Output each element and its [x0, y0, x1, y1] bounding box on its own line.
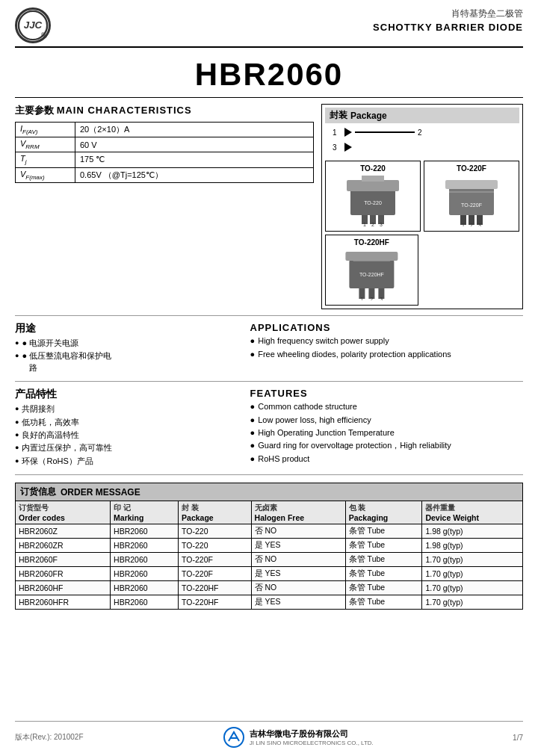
footer-logo: 吉林华微电子股份有限公司 JI LIN SINO MICROELECTRONIC…: [223, 726, 374, 749]
svg-rect-9: [362, 176, 384, 182]
cell-code: HBR2060FR: [16, 567, 111, 581]
svg-text:2: 2: [370, 297, 373, 300]
table-row: HBR2060HF HBR2060 TO-220HF 否 NO 条管 Tube …: [16, 581, 523, 595]
svg-text:JJC: JJC: [24, 19, 43, 31]
package-header: 封装 Package: [325, 108, 519, 123]
list-item: ●RoHS product: [250, 453, 523, 465]
package-box: 封装 Package 1 2 3: [321, 104, 523, 309]
svg-text:®: ®: [41, 32, 45, 37]
footer-company-zh: 吉林华微电子股份有限公司: [250, 728, 374, 740]
table-row: VF(max) 0.65V （@Tj=125℃）: [16, 167, 314, 182]
svg-text:3: 3: [380, 222, 383, 226]
apps-features-row: 用途 ● 电源开关电源 ● 低压整流电容和保护电 路 APPLICATIONS …: [15, 322, 523, 382]
svg-text:1: 1: [360, 297, 363, 300]
apps-zh-list: ● 电源开关电源 ● 低压整流电容和保护电 路: [15, 338, 243, 374]
pin-row-3: 3: [333, 143, 352, 152]
param-name-vrrm: VRRM: [16, 137, 75, 152]
cell-code: HBR2060Z: [16, 524, 111, 539]
page: JJC ® 肖特基势垒二极管 SCHOTTKY BARRIER DIODE HB…: [0, 0, 538, 756]
cell-weight: 1.98 g(typ): [422, 524, 523, 539]
product-title-section: HBR2060: [15, 51, 523, 98]
table-header-row: 订货型号 Order codes 印 记 Marking 封 装 Package…: [16, 501, 523, 524]
param-value-ifav: 20（2×10）A: [75, 123, 314, 137]
cell-weight: 1.70 g(typ): [422, 595, 523, 610]
main-char-header: 主要参数 MAIN CHARACTERISTICS: [15, 104, 314, 117]
pin-row-1: 1 2: [333, 128, 422, 137]
svg-text:2: 2: [371, 222, 374, 226]
footer-logo-icon: [223, 726, 245, 749]
param-name-ifav: IF(AV): [16, 123, 75, 137]
cell-hf: 是 YES: [251, 539, 345, 553]
order-table: 订货型号 Order codes 印 记 Marking 封 装 Package…: [15, 501, 523, 610]
cell-marking: HBR2060: [111, 553, 179, 567]
footer-page: 1/7: [513, 734, 523, 742]
applications-section: 用途 ● 电源开关电源 ● 低压整流电容和保护电 路: [15, 322, 243, 375]
to220f-svg: TO-220F 1 2 3: [427, 174, 516, 226]
svg-text:TO-220: TO-220: [364, 200, 382, 205]
header: JJC ® 肖特基势垒二极管 SCHOTTKY BARRIER DIODE: [15, 7, 523, 48]
cell-package: TO-220HF: [179, 581, 252, 595]
svg-text:TO-220HF: TO-220HF: [359, 272, 384, 277]
list-item: 环保（RoHS）产品: [15, 456, 243, 467]
cell-marking: HBR2060: [111, 595, 179, 610]
logo-area: JJC ®: [15, 7, 51, 43]
package-zh: 封装: [330, 109, 347, 122]
cell-package: TO-220F: [179, 553, 252, 567]
col-header-code: 订货型号 Order codes: [16, 501, 111, 524]
to220hf-label: TO-220HF: [329, 238, 415, 247]
features-zh-list: 共阴接剂 低功耗，高效率 良好的高温特性 内置过压保护，高可靠性 环保（RoHS…: [15, 403, 243, 467]
table-row: HBR2060FR HBR2060 TO-220F 是 YES 条管 Tube …: [16, 567, 523, 581]
header-right: 肖特基势垒二极管 SCHOTTKY BARRIER DIODE: [373, 7, 523, 33]
footer-company: 吉林华微电子股份有限公司 JI LIN SINO MICROELECTRONIC…: [250, 728, 374, 746]
param-name-tj: Tj: [16, 152, 75, 167]
pin-diagram: 1 2 3: [325, 128, 519, 155]
cell-packaging: 条管 Tube: [345, 595, 422, 610]
list-item: ●Free wheeling diodes, polarity protecti…: [250, 349, 523, 360]
cell-code: HBR2060F: [16, 553, 111, 567]
pin-1-arrow: [344, 128, 352, 137]
features-row: 产品特性 共阴接剂 低功耗，高效率 良好的高温特性 内置过压保护，高可靠性 环保…: [15, 388, 523, 475]
list-item: 良好的高温特性: [15, 430, 243, 441]
table-row: HBR2060F HBR2060 TO-220F 否 NO 条管 Tube 1.…: [16, 553, 523, 567]
list-item: 低功耗，高效率: [15, 417, 243, 428]
cell-weight: 1.70 g(typ): [422, 581, 523, 595]
to220f-label: TO-220F: [427, 164, 516, 173]
order-table-body: HBR2060Z HBR2060 TO-220 否 NO 条管 Tube 1.9…: [16, 524, 523, 610]
list-item: 共阴接剂: [15, 403, 243, 415]
pin-2-label: 2: [418, 128, 422, 137]
cell-package: TO-220: [179, 524, 252, 539]
svg-text:3: 3: [478, 223, 481, 226]
cell-packaging: 条管 Tube: [345, 553, 422, 567]
table-row: HBR2060ZR HBR2060 TO-220 是 YES 条管 Tube 1…: [16, 539, 523, 553]
order-section: 订货信息 ORDER MESSAGE 订货型号 Order codes 印 记 …: [15, 483, 523, 610]
params-table: IF(AV) 20（2×10）A VRRM 60 V Tj 175 ℃ VF(m…: [15, 122, 314, 183]
cell-marking: HBR2060: [111, 539, 179, 553]
list-item: ●Guard ring for overvoltage protection，H…: [250, 440, 523, 451]
pin-1-label: 1: [333, 128, 341, 137]
svg-text:3: 3: [380, 297, 383, 300]
to220-label: TO-220: [329, 164, 417, 173]
cell-marking: HBR2060: [111, 581, 179, 595]
svg-text:2: 2: [470, 223, 473, 226]
features-zh-section: 产品特性 共阴接剂 低功耗，高效率 良好的高温特性 内置过压保护，高可靠性 环保…: [15, 388, 243, 468]
main-section: 主要参数 MAIN CHARACTERISTICS IF(AV) 20（2×10…: [15, 104, 523, 316]
list-item: ●Common cathode structure: [250, 401, 523, 412]
cell-hf: 是 YES: [251, 595, 345, 610]
cell-marking: HBR2060: [111, 567, 179, 581]
cell-packaging: 条管 Tube: [345, 524, 422, 539]
cell-hf: 否 NO: [251, 524, 345, 539]
svg-text:1: 1: [462, 223, 465, 226]
to220f-box: TO-220F TO-220F 1: [424, 161, 519, 232]
table-row: HBR2060HFR HBR2060 TO-220HF 是 YES 条管 Tub…: [16, 595, 523, 610]
table-row: VRRM 60 V: [16, 137, 314, 152]
cell-weight: 1.98 g(typ): [422, 539, 523, 553]
cell-package: TO-220F: [179, 567, 252, 581]
cell-marking: HBR2060: [111, 524, 179, 539]
list-item: ● 电源开关电源: [15, 338, 243, 349]
list-item: ●Low power loss, high efficiency: [250, 415, 523, 426]
cell-code: HBR2060ZR: [16, 539, 111, 553]
cell-hf: 否 NO: [251, 553, 345, 567]
to220hf-svg: TO-220HF 1 2 3: [329, 248, 415, 300]
applications-en-section: APPLICATIONS ●High frequency switch powe…: [250, 322, 523, 375]
cell-packaging: 条管 Tube: [345, 581, 422, 595]
